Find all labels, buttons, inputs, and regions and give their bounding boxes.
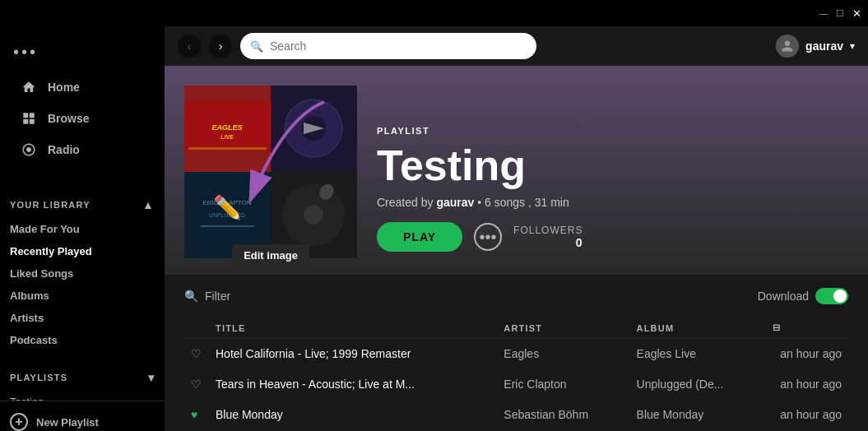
heart-icon[interactable]: ♥ <box>191 408 197 421</box>
maximize-button[interactable]: ☐ <box>835 8 845 18</box>
playlist-meta: Created by gaurav • 6 songs , 31 min <box>377 196 583 209</box>
followers-label: FOLLOWERS <box>513 225 583 236</box>
cover-image: EAGLES LIVE <box>184 86 357 258</box>
svg-text:ERIC CLAPTON: ERIC CLAPTON <box>203 199 252 206</box>
home-icon <box>20 78 38 96</box>
sidebar-dots: ••• <box>10 39 155 72</box>
forward-button[interactable]: › <box>209 35 232 58</box>
plus-circle-icon: + <box>10 413 28 431</box>
new-playlist-button[interactable]: + New Playlist <box>0 401 165 431</box>
track-artist: Eric Clapton <box>497 369 629 400</box>
library-section: YOUR LIBRARY ▲ Made For You Recently Pla… <box>0 185 165 355</box>
sidebar-item-made-for-you[interactable]: Made For You <box>10 218 155 240</box>
filter-placeholder: Filter <box>205 290 230 303</box>
sidebar-item-podcasts[interactable]: Podcasts <box>10 329 155 351</box>
track-title: Tears in Heaven - Acoustic; Live at M... <box>216 378 415 391</box>
svg-rect-0 <box>23 113 28 118</box>
col-artist-header: ARTIST <box>497 317 629 339</box>
browse-label: Browse <box>48 112 90 125</box>
clock-icon: ⊟ <box>773 322 781 332</box>
username-label: gaurav <box>805 39 843 53</box>
track-title: Hotel California - Live; 1999 Remaster <box>216 347 411 360</box>
main-content: ‹ › 🔍 gaurav ▾ <box>165 26 868 431</box>
minimize-button[interactable]: — <box>819 8 829 18</box>
track-artist: Sebastian Böhm <box>497 400 629 430</box>
heart-icon[interactable]: ♡ <box>191 347 202 360</box>
playlist-cover[interactable]: EAGLES LIVE <box>184 86 357 258</box>
col-heart-header <box>184 317 209 339</box>
close-button[interactable]: ✕ <box>852 8 861 18</box>
radio-label: Radio <box>48 143 80 156</box>
sidebar: ••• Home Browse Radio <box>0 26 165 431</box>
dropdown-arrow-icon[interactable]: ▾ <box>850 40 855 52</box>
library-label: YOUR LIBRARY <box>10 200 91 210</box>
meta-separator2: , <box>528 196 535 209</box>
track-title: Blue Monday <box>216 408 283 421</box>
heart-icon[interactable]: ♡ <box>191 378 202 391</box>
creator-name: gaurav <box>436 196 474 209</box>
track-artist: Eagles <box>497 339 629 369</box>
sidebar-item-browse[interactable]: Browse <box>10 103 155 134</box>
playlist-actions: PLAY ••• FOLLOWERS 0 <box>377 222 583 252</box>
track-added-at: an hour ago <box>766 369 848 400</box>
sidebar-top: ••• Home Browse Radio <box>0 26 165 172</box>
meta-separator: • <box>477 196 485 209</box>
search-icon: 🔍 <box>250 40 263 53</box>
followers-count: 0 <box>513 236 583 249</box>
sidebar-item-albums[interactable]: Albums <box>10 285 155 307</box>
sidebar-item-home[interactable]: Home <box>10 72 155 103</box>
sidebar-item-recently-played[interactable]: Recently Played <box>10 240 155 262</box>
toggle-knob <box>833 290 847 303</box>
title-bar: — ☐ ✕ <box>0 0 868 26</box>
track-added-at: an hour ago <box>766 339 848 369</box>
col-title-header: TITLE <box>209 317 497 339</box>
song-count: 6 songs <box>485 196 525 209</box>
download-toggle-switch[interactable] <box>815 288 848 304</box>
playlists-label: PLAYLISTS <box>10 373 67 382</box>
filter-section: 🔍 Filter <box>184 290 230 303</box>
library-collapse-arrow[interactable]: ▲ <box>142 198 155 211</box>
sidebar-item-liked-songs[interactable]: Liked Songs <box>10 262 155 285</box>
download-toggle-section: Download <box>758 288 848 304</box>
playlists-collapse-arrow[interactable]: ▾ <box>148 371 155 384</box>
top-nav-right: gaurav ▾ <box>776 35 855 58</box>
new-playlist-label: New Playlist <box>36 416 99 429</box>
filter-search-icon: 🔍 <box>184 290 198 303</box>
cover-cell-2 <box>271 86 357 172</box>
search-input[interactable] <box>270 39 527 53</box>
table-row: ♥ Blue Monday Sebastian Böhm Blue Monday… <box>184 400 848 430</box>
edit-image-tooltip[interactable]: Edit image <box>232 244 309 266</box>
download-label: Download <box>758 290 809 303</box>
table-row: ♡ Tears in Heaven - Acoustic; Live at M.… <box>184 369 848 400</box>
track-added-at: an hour ago <box>766 400 848 430</box>
top-nav: ‹ › 🔍 gaurav ▾ <box>165 26 868 66</box>
svg-rect-3 <box>30 119 35 124</box>
track-album: Eagles Live <box>630 339 766 369</box>
search-bar[interactable]: 🔍 <box>240 33 536 59</box>
avatar <box>776 35 799 58</box>
svg-rect-9 <box>188 147 267 150</box>
sidebar-item-artists[interactable]: Artists <box>10 307 155 329</box>
svg-rect-1 <box>30 113 35 118</box>
playlist-info: PLAYLIST Testing Created by gaurav • 6 s… <box>377 126 583 258</box>
playlist-title: Testing <box>377 142 583 189</box>
track-album: Blue Monday <box>630 400 766 430</box>
app-body: ••• Home Browse Radio <box>0 26 868 431</box>
forward-arrow-icon: › <box>219 39 223 53</box>
sidebar-playlist-testing[interactable]: Testing <box>0 391 165 401</box>
col-album-header: ALBUM <box>630 317 766 339</box>
more-options-button[interactable]: ••• <box>474 223 502 251</box>
svg-rect-2 <box>23 119 28 124</box>
sidebar-item-radio[interactable]: Radio <box>10 134 155 165</box>
library-section-header: YOUR LIBRARY ▲ <box>10 195 155 218</box>
playlist-type-label: PLAYLIST <box>377 126 583 136</box>
track-table: TITLE ARTIST ALBUM ⊟ ♡ Hotel California … <box>184 317 848 430</box>
play-button[interactable]: PLAY <box>377 222 462 252</box>
playlist-header: EAGLES LIVE <box>165 66 868 275</box>
created-by-label: Created by <box>377 196 433 209</box>
cover-cell-1: EAGLES LIVE <box>184 86 271 172</box>
track-list-area: 🔍 Filter Download TITLE ARTIST AL <box>165 275 868 431</box>
svg-point-19 <box>304 205 323 225</box>
back-button[interactable]: ‹ <box>178 35 201 58</box>
svg-rect-16 <box>201 225 254 227</box>
